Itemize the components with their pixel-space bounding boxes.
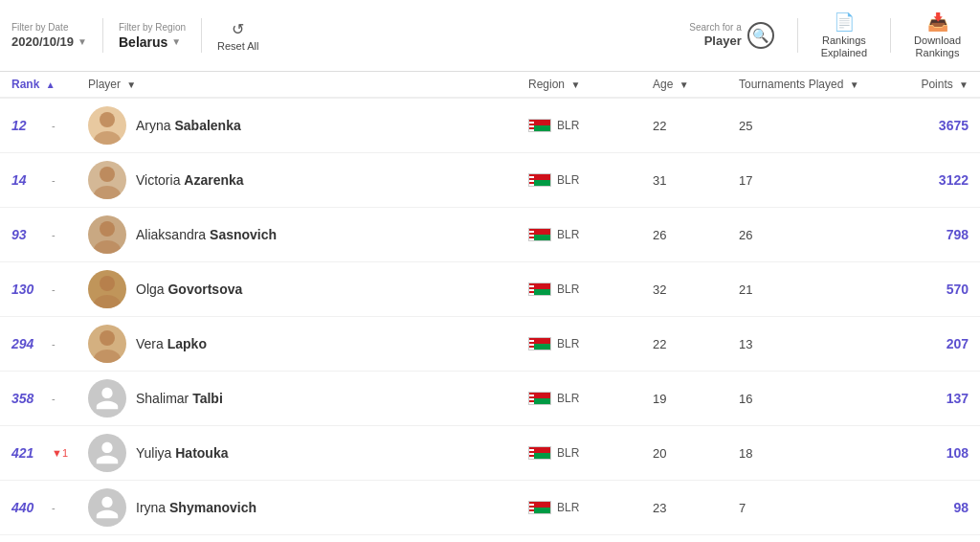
rank-cell: 130 - xyxy=(11,282,88,297)
table-row[interactable]: 448 - Anna Kubareva BLR 19 16 96 xyxy=(0,535,980,542)
rank-number: 294 xyxy=(11,336,46,351)
age-cell: 32 xyxy=(653,282,739,297)
download-rankings-button[interactable]: 📥 DownloadRankings xyxy=(906,8,969,63)
table-row[interactable]: 12 - Aryna Sabalenka BLR 22 25 3675 xyxy=(0,99,980,153)
col-header-rank[interactable]: Rank ▲ xyxy=(11,78,88,91)
points-cell: 3122 xyxy=(882,172,969,188)
player-avatar xyxy=(88,270,126,308)
rank-change: - xyxy=(52,283,56,295)
points-sort-icon: ▼ xyxy=(959,79,969,90)
rank-cell: 440 - xyxy=(11,500,88,515)
rank-change: - xyxy=(52,338,56,350)
rank-sort-icon: ▲ xyxy=(46,79,56,90)
flag-icon xyxy=(528,337,551,350)
points-cell: 108 xyxy=(882,445,969,461)
player-first-name: Yuliya xyxy=(136,445,175,461)
player-cell: Aryna Sabalenka xyxy=(88,106,528,145)
region-cell: BLR xyxy=(528,337,653,350)
player-avatar xyxy=(88,215,126,254)
flag-icon xyxy=(528,392,551,405)
points-cell: 207 xyxy=(882,336,969,351)
player-first-name: Vera xyxy=(136,336,167,351)
player-last-name: Hatouka xyxy=(175,445,228,461)
player-last-name: Sabalenka xyxy=(174,118,240,133)
player-cell: Shalimar Talbi xyxy=(88,379,528,418)
tournaments-cell: 17 xyxy=(739,173,882,188)
region-cell: BLR xyxy=(528,501,653,514)
age-cell: 22 xyxy=(653,119,739,133)
col-header-age[interactable]: Age ▼ xyxy=(653,78,739,91)
flag-icon xyxy=(528,228,551,241)
player-avatar xyxy=(88,106,126,145)
player-name: Olga Govortsova xyxy=(136,282,242,297)
tournaments-cell: 25 xyxy=(739,119,882,133)
rank-cell: 12 - xyxy=(11,118,88,133)
rank-change: - xyxy=(52,120,56,131)
region-filter-value[interactable]: Belarus ▼ xyxy=(119,34,186,50)
region-cell: BLR xyxy=(528,119,653,132)
flag-icon xyxy=(528,173,551,187)
player-name: Yuliya Hatouka xyxy=(136,445,228,461)
table-row[interactable]: 421 ▼1 Yuliya Hatouka BLR 20 18 108 xyxy=(0,426,980,481)
age-cell: 23 xyxy=(653,501,739,515)
region-value: Belarus xyxy=(119,34,167,50)
tournaments-cell: 26 xyxy=(739,228,882,242)
points-cell: 98 xyxy=(882,500,969,515)
col-header-player[interactable]: Player ▼ xyxy=(88,78,528,91)
rank-cell: 294 - xyxy=(11,336,88,351)
table-row[interactable]: 358 - Shalimar Talbi BLR 19 16 137 xyxy=(0,372,980,426)
reset-label: Reset All xyxy=(217,40,258,52)
age-cell: 26 xyxy=(653,228,739,242)
region-cell: BLR xyxy=(528,446,653,460)
table-row[interactable]: 14 - Victoria Azarenka BLR 31 17 3122 xyxy=(0,153,980,208)
rankings-explained-button[interactable]: 📄 RankingsExplained xyxy=(813,8,875,63)
table-row[interactable]: 294 - Vera Lapko BLR 22 13 207 xyxy=(0,317,980,372)
col-header-points[interactable]: Points ▼ xyxy=(882,78,969,91)
player-first-name: Aryna xyxy=(136,118,174,133)
player-cell: Olga Govortsova xyxy=(88,270,528,308)
player-name: Shalimar Talbi xyxy=(136,391,223,406)
points-cell: 570 xyxy=(882,282,969,297)
rank-number: 358 xyxy=(11,391,46,406)
table-row[interactable]: 93 - Aliaksandra Sasnovich BLR 26 26 798 xyxy=(0,208,980,262)
region-filter[interactable]: Filter by Region Belarus ▼ xyxy=(119,22,186,50)
flag-icon xyxy=(528,282,551,296)
date-filter-value[interactable]: 2020/10/19 ▼ xyxy=(11,34,87,49)
region-code: BLR xyxy=(557,228,579,241)
age-cell: 22 xyxy=(653,337,739,351)
age-cell: 20 xyxy=(653,446,739,461)
player-name: Iryna Shymanovich xyxy=(136,500,256,515)
toolbar: Filter by Date 2020/10/19 ▼ Filter by Re… xyxy=(0,0,980,72)
rank-change: - xyxy=(52,174,56,186)
player-avatar xyxy=(88,379,126,418)
region-cell: BLR xyxy=(528,282,653,296)
table-row[interactable]: 440 - Iryna Shymanovich BLR 23 7 98 xyxy=(0,481,980,535)
col-header-tournaments[interactable]: Tournaments Played ▼ xyxy=(739,78,882,91)
player-cell: Vera Lapko xyxy=(88,325,528,363)
player-header-label: Player xyxy=(88,78,121,91)
reset-button[interactable]: ↺ Reset All xyxy=(217,20,258,52)
points-cell: 137 xyxy=(882,391,969,406)
player-first-name: Shalimar xyxy=(136,391,192,406)
rankings-explained-icon: 📄 xyxy=(834,11,855,33)
rank-number: 14 xyxy=(11,172,46,188)
region-header-label: Region xyxy=(528,78,565,91)
player-cell: Victoria Azarenka xyxy=(88,161,528,199)
date-filter[interactable]: Filter by Date 2020/10/19 ▼ xyxy=(11,22,87,49)
col-header-region[interactable]: Region ▼ xyxy=(528,78,653,91)
player-cell: Iryna Shymanovich xyxy=(88,488,528,527)
rank-number: 12 xyxy=(11,118,46,133)
rank-header-label: Rank xyxy=(11,78,39,91)
age-sort-icon: ▼ xyxy=(679,79,689,90)
svg-point-6 xyxy=(100,276,115,291)
age-cell: 19 xyxy=(653,392,739,406)
table-row[interactable]: 130 - Olga Govortsova BLR 32 21 570 xyxy=(0,262,980,317)
svg-point-7 xyxy=(94,295,121,308)
region-cell: BLR xyxy=(528,173,653,187)
age-cell: 31 xyxy=(653,173,739,188)
svg-point-3 xyxy=(94,186,121,199)
search-player-button[interactable]: Search for a Player 🔍 xyxy=(681,17,781,54)
toolbar-divider-2 xyxy=(201,18,202,53)
svg-point-4 xyxy=(100,221,115,237)
download-rankings-icon: 📥 xyxy=(927,11,948,33)
